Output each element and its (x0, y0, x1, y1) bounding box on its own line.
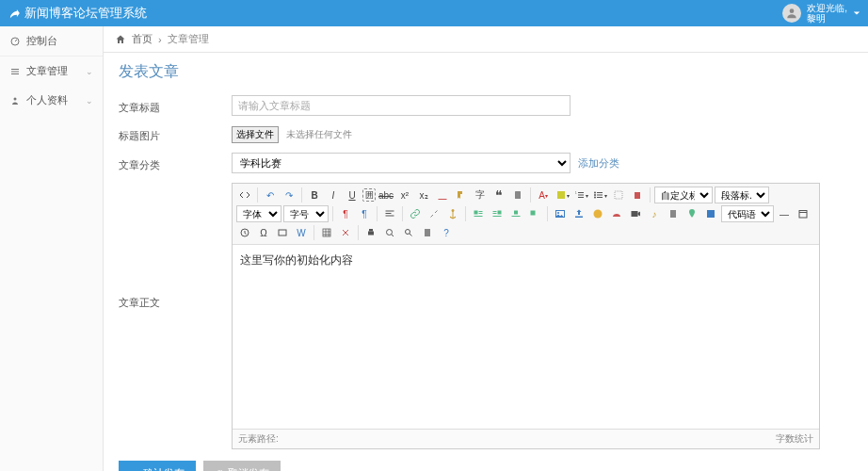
blockquote-icon[interactable]: ❝ (490, 187, 507, 203)
sidebar-item-label: 文章管理 (26, 64, 68, 78)
wordimage-icon[interactable]: W (293, 224, 310, 241)
select-rowspacing[interactable]: 自定义标... (654, 187, 713, 203)
scrawl-icon[interactable] (608, 205, 625, 222)
simple-upload-icon[interactable] (571, 205, 587, 222)
svg-point-17 (594, 210, 603, 219)
svg-rect-4 (557, 191, 565, 199)
username: 黎明 (807, 13, 847, 24)
image-center-icon[interactable] (507, 205, 524, 222)
select-paragraph[interactable]: 段落标... (715, 187, 769, 203)
submit-label: 确认发布 (143, 466, 185, 471)
image-left-icon[interactable] (470, 205, 487, 222)
input-article-title[interactable] (232, 95, 571, 116)
home-icon (115, 34, 126, 45)
indent-icon[interactable]: ¶ (337, 205, 354, 222)
svg-rect-26 (369, 229, 373, 232)
emoticon-icon[interactable] (589, 205, 606, 222)
draft-icon[interactable] (419, 224, 436, 241)
svg-rect-10 (474, 211, 478, 215)
italic-icon[interactable]: I (325, 187, 342, 203)
choose-file-button[interactable]: 选择文件 (232, 126, 279, 143)
redo-icon[interactable]: ↷ (281, 187, 297, 203)
attach-icon[interactable] (665, 205, 682, 222)
clear-format-icon[interactable] (434, 187, 451, 203)
svg-rect-12 (514, 211, 518, 215)
insert-image-icon[interactable] (552, 205, 569, 222)
word-count[interactable]: 字数统计 (776, 432, 813, 446)
source-icon[interactable] (236, 187, 253, 203)
sidebar-item-profile[interactable]: 个人资料 ⌄ (0, 86, 103, 115)
topbar: 新闻博客论坛管理系统 欢迎光临, 黎明 (0, 0, 868, 26)
sidebar-item-dashboard[interactable]: 控制台 (0, 26, 103, 57)
breadcrumb-home[interactable]: 首页 (132, 32, 153, 46)
align-left-icon[interactable] (381, 205, 398, 222)
image-none-icon[interactable] (526, 205, 543, 222)
link-icon[interactable] (407, 205, 424, 222)
sidebar-item-label: 控制台 (26, 34, 57, 48)
select-code-lang[interactable]: 代码语言 (721, 205, 774, 222)
rich-text-editor: ↶ ↷ B I U 囲 abc x² x₂ 字 (232, 183, 820, 449)
image-right-icon[interactable] (489, 205, 506, 222)
help-icon[interactable]: ? (438, 224, 455, 241)
date-icon[interactable] (795, 205, 812, 222)
sidebar-item-articles[interactable]: 文章管理 ⌄ (0, 57, 103, 86)
time-icon[interactable] (236, 224, 253, 241)
user-icon (9, 95, 21, 106)
unlink-icon[interactable] (426, 205, 442, 222)
breadcrumb: 首页 › 文章管理 (104, 26, 868, 53)
gmap-icon[interactable] (702, 205, 719, 222)
outdent-icon[interactable]: ¶ (356, 205, 373, 222)
brand-title: 新闻博客论坛管理系统 (24, 5, 147, 22)
selectall-icon[interactable] (610, 187, 627, 203)
music-icon[interactable]: ♪ (646, 205, 663, 222)
caret-down-icon (853, 9, 860, 17)
user-menu[interactable]: 欢迎光临, 黎明 (782, 3, 860, 24)
font-border-icon[interactable]: 囲 (362, 188, 376, 202)
bold-icon[interactable]: B (306, 187, 323, 203)
forecolor-icon[interactable]: A▾ (535, 187, 552, 203)
superscript-icon[interactable]: x² (396, 187, 413, 203)
backcolor-icon[interactable]: ▾ (554, 187, 571, 203)
ordered-list-icon[interactable]: 1▾ (572, 187, 589, 203)
svg-point-15 (557, 212, 559, 214)
autotype-icon[interactable]: 字 (472, 187, 489, 203)
format-match-icon[interactable] (453, 187, 470, 203)
map-icon[interactable] (683, 205, 700, 222)
undo-icon[interactable]: ↶ (262, 187, 279, 203)
table-icon[interactable] (318, 224, 335, 241)
breadcrumb-current: 文章管理 (168, 32, 209, 46)
brand: 新闻博客论坛管理系统 (8, 5, 147, 22)
hr-icon[interactable]: — (776, 205, 793, 222)
sidebar: 控制台 文章管理 ⌄ 个人资料 ⌄ (0, 26, 104, 471)
list-icon (9, 66, 21, 77)
leaf-icon (8, 7, 21, 20)
print-icon[interactable] (362, 224, 379, 241)
snapscreen-icon[interactable] (274, 224, 291, 241)
select-font-family[interactable]: 字体 (236, 205, 281, 222)
cancel-label: 取消发布 (228, 466, 269, 471)
preview-icon[interactable] (381, 224, 398, 241)
delete-table-icon[interactable] (337, 224, 354, 241)
unordered-list-icon[interactable]: ▾ (591, 187, 608, 203)
anchor-icon[interactable] (444, 205, 461, 222)
add-category-link[interactable]: 添加分类 (578, 156, 619, 171)
search-replace-icon[interactable] (400, 224, 417, 241)
svg-rect-23 (279, 230, 286, 236)
svg-rect-16 (575, 217, 583, 219)
editor-body[interactable]: 这里写你的初始化内容 (233, 245, 819, 429)
pasteplain-icon[interactable] (509, 187, 526, 203)
cleardoc-icon[interactable] (629, 187, 646, 203)
select-category[interactable]: 学科比赛 (232, 153, 571, 173)
submit-button[interactable]: 确认发布 (119, 461, 196, 471)
svg-point-28 (406, 230, 410, 235)
select-font-size[interactable]: 字号 (283, 205, 329, 222)
video-icon[interactable] (627, 205, 644, 222)
spechars-icon[interactable]: Ω (255, 224, 272, 241)
underline-icon[interactable]: U (344, 187, 361, 203)
cancel-button[interactable]: 取消发布 (203, 461, 281, 471)
welcome-text: 欢迎光临, (807, 3, 847, 13)
subscript-icon[interactable]: x₂ (415, 187, 432, 203)
svg-point-6 (594, 192, 596, 194)
svg-rect-24 (323, 229, 330, 236)
strikethrough-icon[interactable]: abc (378, 187, 394, 203)
